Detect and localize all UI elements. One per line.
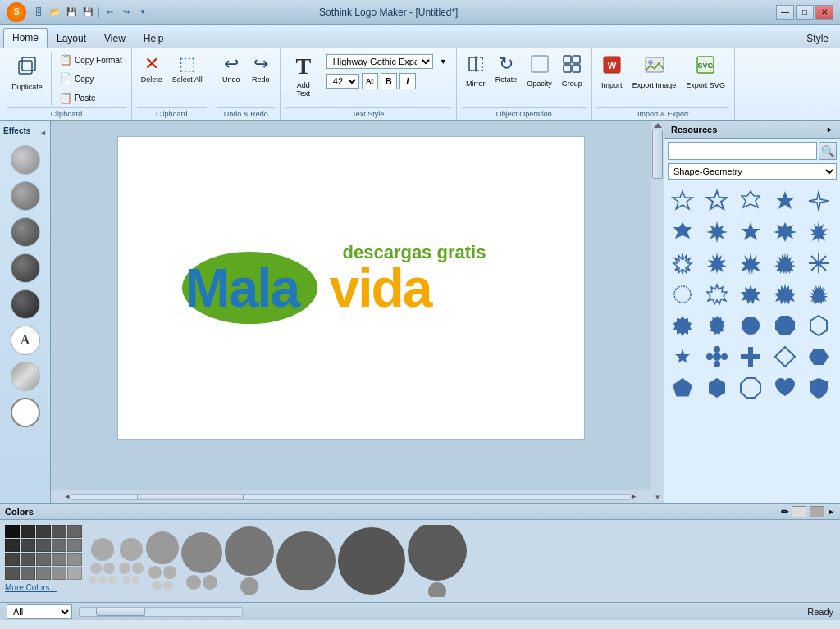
circle-xs-3b[interactable]: [163, 581, 173, 590]
qa-save[interactable]: 💾: [64, 5, 79, 20]
circle-xs-3a[interactable]: [152, 581, 162, 590]
circle-lg-5[interactable]: [225, 526, 274, 576]
shape-octagon-solid[interactable]: [770, 311, 800, 340]
shape-badge-2[interactable]: [702, 311, 732, 340]
rotate-button[interactable]: ↻ Rotate: [491, 51, 522, 87]
shape-star5-solid-1[interactable]: [770, 186, 800, 216]
circle-sm-1b[interactable]: [103, 563, 115, 574]
swatch-20[interactable]: [67, 567, 82, 580]
circle-lg-4[interactable]: [181, 532, 222, 573]
shape-burst-outline-1[interactable]: [668, 280, 697, 309]
effect-item-text[interactable]: A: [11, 326, 40, 355]
swatch-13[interactable]: [36, 553, 51, 566]
qa-new[interactable]: 🗄: [31, 5, 46, 20]
swatch-11[interactable]: [5, 553, 20, 566]
swatch-8[interactable]: [36, 539, 51, 552]
shape-star10-outline[interactable]: [668, 248, 697, 278]
shape-burst-outline-2[interactable]: [702, 280, 732, 309]
hscroll-track[interactable]: [71, 494, 631, 500]
category-select[interactable]: Shape-Geometry: [668, 163, 837, 180]
size-select[interactable]: 42: [326, 74, 359, 89]
shape-star4-outline[interactable]: [804, 186, 833, 216]
swatch-9[interactable]: [52, 539, 66, 552]
shape-starburst-1[interactable]: [804, 217, 833, 247]
shape-badge-1[interactable]: [668, 311, 697, 340]
delete-button[interactable]: ✕ Delete: [137, 51, 167, 87]
shape-circle-solid[interactable]: [736, 311, 765, 340]
shape-cross-4[interactable]: [736, 342, 765, 371]
status-hscroll-thumb[interactable]: [96, 608, 145, 616]
status-dropdown[interactable]: All: [7, 604, 72, 619]
maximize-button[interactable]: □: [796, 5, 814, 20]
effect-item-outline[interactable]: [11, 398, 40, 427]
select-all-button[interactable]: ⬚ Select All: [168, 51, 207, 87]
circle-sm-1a[interactable]: [90, 563, 102, 574]
add-text-button[interactable]: T AddText: [285, 51, 322, 101]
more-colors-link[interactable]: More Colors...: [5, 581, 82, 594]
resources-search-input[interactable]: [668, 142, 817, 160]
circle-xs-2a[interactable]: [122, 576, 130, 584]
menu-view[interactable]: View: [95, 29, 135, 48]
shape-heart[interactable]: [770, 373, 800, 403]
shape-snowflake[interactable]: [804, 248, 833, 278]
circle-lg-3[interactable]: [146, 531, 179, 564]
vertical-scrollbar[interactable]: ▼: [651, 121, 664, 503]
circle-sm-2b[interactable]: [132, 563, 144, 574]
import-button[interactable]: W Import: [597, 51, 627, 93]
font-dropdown-btn[interactable]: ▼: [436, 54, 451, 69]
shape-shield[interactable]: [804, 373, 833, 403]
shape-star6-solid-2[interactable]: [770, 217, 800, 247]
group-button[interactable]: Group: [558, 51, 587, 91]
hscroll-thumb[interactable]: [137, 495, 244, 499]
circle-lg-7[interactable]: [338, 527, 405, 595]
copy-format-button[interactable]: 📋 Copy Format: [55, 51, 126, 69]
opacity-button[interactable]: Opacity: [523, 51, 556, 91]
circle-sm-8[interactable]: [428, 582, 446, 597]
shape-hexagon-flat[interactable]: [804, 342, 833, 371]
shape-starburst-3[interactable]: [770, 248, 800, 278]
effect-item-2[interactable]: [11, 181, 40, 211]
circle-sm-2a[interactable]: [119, 563, 130, 574]
circle-xs-1a[interactable]: [89, 576, 97, 584]
color-picker-icon[interactable]: ✏: [781, 507, 788, 517]
shape-star8-solid-1[interactable]: [702, 217, 732, 247]
qa-undo[interactable]: ↩: [103, 5, 117, 20]
mirror-button[interactable]: Mirror: [462, 51, 490, 91]
qa-dropdown[interactable]: ▼: [135, 5, 150, 20]
shape-octagon-2[interactable]: [736, 373, 765, 403]
shape-diamond[interactable]: [770, 342, 800, 371]
style-label[interactable]: Style: [798, 30, 837, 48]
hscroll-right[interactable]: ►: [631, 493, 637, 500]
align-btn[interactable]: A⃞: [362, 73, 378, 89]
shape-star5-small[interactable]: [668, 342, 697, 371]
effects-pin[interactable]: ◄: [39, 129, 47, 137]
circle-xs-2b[interactable]: [132, 576, 140, 584]
effect-item-7[interactable]: [11, 362, 40, 391]
swatch-2[interactable]: [21, 525, 35, 538]
qa-save2[interactable]: 💾: [80, 5, 95, 20]
shape-star5-solid-2[interactable]: [736, 217, 765, 247]
redo-button[interactable]: ↪ Redo: [247, 51, 275, 87]
swatch-6[interactable]: [5, 539, 20, 552]
swatch-5[interactable]: [67, 525, 82, 538]
menu-help[interactable]: Help: [135, 29, 173, 48]
horizontal-scrollbar[interactable]: ◄ ►: [51, 490, 651, 503]
circle-lg-8[interactable]: [408, 525, 467, 581]
circle-lg-2[interactable]: [120, 538, 143, 561]
export-image-button[interactable]: Export Image: [628, 51, 681, 93]
logo-canvas[interactable]: Mala vida descargas gratis: [117, 136, 585, 440]
effect-item-4[interactable]: [11, 253, 40, 283]
swatch-4[interactable]: [52, 525, 66, 538]
swatch-7[interactable]: [21, 539, 35, 552]
swatch-1[interactable]: [5, 525, 20, 538]
colors-pin[interactable]: ►: [828, 508, 835, 516]
effect-item-5[interactable]: [11, 289, 40, 319]
circle-sm-4a[interactable]: [186, 575, 201, 590]
circle-xs-1b[interactable]: [98, 576, 107, 584]
status-hscroll[interactable]: [79, 607, 243, 617]
menu-layout[interactable]: Layout: [48, 29, 95, 48]
circle-xs-1c[interactable]: [108, 576, 116, 584]
circle-sm-5a[interactable]: [240, 577, 258, 595]
swatch-12[interactable]: [21, 553, 35, 566]
close-button[interactable]: ✕: [815, 5, 833, 20]
